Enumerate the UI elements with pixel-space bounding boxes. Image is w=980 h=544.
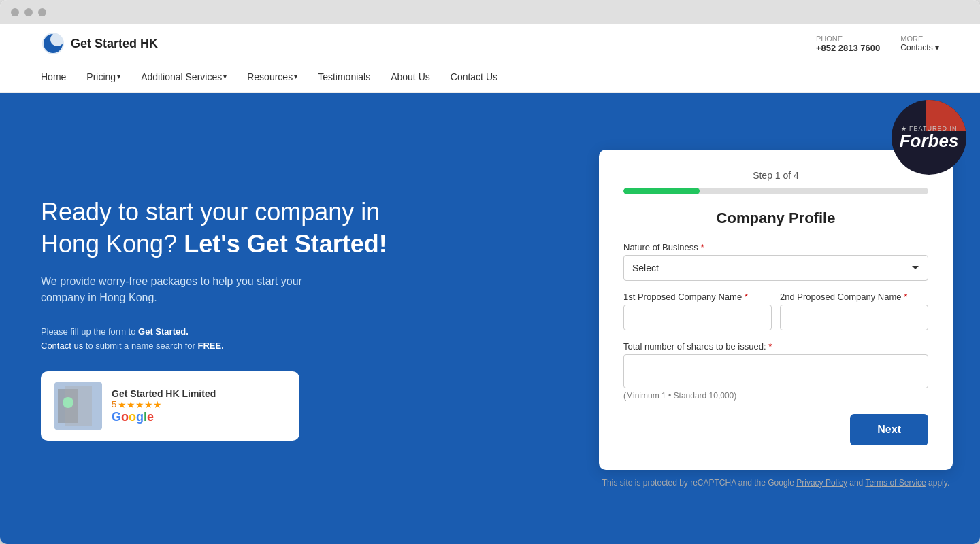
top-bar: Get Started HK PHONE +852 2813 7600 MORE… bbox=[0, 24, 980, 63]
nav-pricing[interactable]: Pricing ▾ bbox=[86, 63, 120, 92]
nav-bar: Home Pricing ▾ Additional Services ▾ Res… bbox=[0, 63, 980, 93]
svg-point-4 bbox=[63, 397, 74, 408]
nav-contact-us[interactable]: Contact Us bbox=[451, 63, 497, 92]
company-name-2-group: 2nd Proposed Company Name * bbox=[780, 292, 928, 330]
company-name-1-group: 1st Proposed Company Name * bbox=[623, 292, 772, 330]
footer-apply: apply. bbox=[926, 478, 949, 488]
forbes-badge: ★ FEATURED IN Forbes bbox=[892, 100, 966, 175]
browser-dot-min[interactable] bbox=[24, 8, 33, 16]
gc-google-logo: Google bbox=[112, 410, 216, 424]
form-title: Company Profile bbox=[623, 209, 928, 227]
next-button[interactable]: Next bbox=[850, 414, 928, 445]
contact-link[interactable]: Contact us bbox=[41, 341, 83, 351]
browser-dot-max[interactable] bbox=[38, 8, 46, 16]
shares-group: Total number of shares to be issued: * (… bbox=[623, 341, 928, 401]
more-label: MORE bbox=[900, 35, 939, 43]
footer-and: and bbox=[847, 478, 865, 488]
left-panel: Ready to start your company in Hong Kong… bbox=[0, 93, 572, 544]
gc-stars-row: 5 ★★★★★ bbox=[112, 399, 216, 410]
gc-rating-num: 5 bbox=[112, 399, 116, 409]
logo-area: Get Started HK bbox=[41, 31, 816, 56]
nature-label: Nature of Business * bbox=[623, 242, 928, 252]
top-bar-right: PHONE +852 2813 7600 MORE Contacts ▾ bbox=[816, 35, 939, 53]
progress-bar-wrap bbox=[623, 188, 928, 194]
phone-block: PHONE +852 2813 7600 bbox=[816, 35, 880, 53]
phone-number: +852 2813 7600 bbox=[816, 43, 880, 53]
contacts-dropdown[interactable]: Contacts ▾ bbox=[900, 43, 939, 52]
forbes-inner: ★ FEATURED IN Forbes bbox=[900, 125, 959, 150]
form-card: Step 1 of 4 Company Profile Nature of Bu… bbox=[599, 150, 953, 470]
company-names-row: 1st Proposed Company Name * 2nd Proposed… bbox=[623, 292, 928, 330]
shares-hint: (Minimum 1 • Standard 10,000) bbox=[623, 391, 928, 401]
privacy-link[interactable]: Privacy Policy bbox=[796, 478, 847, 488]
company-name-1-input[interactable] bbox=[623, 305, 772, 330]
hero-subtitle: We provide worry-free packages to help y… bbox=[41, 273, 531, 306]
logo-icon bbox=[41, 31, 65, 56]
logo-text: Get Started HK bbox=[71, 37, 158, 51]
step-label: Step 1 of 4 bbox=[623, 170, 928, 181]
gc-company-name: Get Started HK Limited bbox=[112, 388, 216, 399]
nature-of-business-group: Nature of Business * Select bbox=[623, 242, 928, 281]
google-review-card: Get Started HK Limited 5 ★★★★★ Google bbox=[41, 371, 299, 441]
hero-note-2: Contact us to submit a name search for F… bbox=[41, 341, 531, 351]
browser-dot-close[interactable] bbox=[11, 8, 19, 16]
terms-link[interactable]: Terms of Service bbox=[865, 478, 926, 488]
google-card-info: Get Started HK Limited 5 ★★★★★ Google bbox=[112, 388, 216, 424]
gc-stars: ★★★★★ bbox=[118, 399, 162, 410]
shares-input[interactable] bbox=[623, 354, 928, 388]
shares-label: Total number of shares to be issued: * bbox=[623, 341, 928, 352]
more-contacts-block: MORE Contacts ▾ bbox=[900, 35, 939, 52]
nav-home[interactable]: Home bbox=[41, 63, 66, 92]
progress-bar-fill bbox=[623, 188, 700, 194]
nav-about-us[interactable]: About Us bbox=[391, 63, 430, 92]
nature-select[interactable]: Select bbox=[623, 255, 928, 281]
nav-additional-services[interactable]: Additional Services ▾ bbox=[141, 63, 227, 92]
footer-text: This site is protected by reCAPTCHA and … bbox=[602, 478, 796, 488]
browser-chrome bbox=[0, 0, 980, 24]
main-content: ★ FEATURED IN Forbes Ready to start your… bbox=[0, 93, 980, 544]
nav-resources[interactable]: Resources ▾ bbox=[247, 63, 297, 92]
hero-title: Ready to start your company in Hong Kong… bbox=[41, 197, 531, 260]
company-name-2-input[interactable] bbox=[780, 305, 928, 330]
form-footer: This site is protected by reCAPTCHA and … bbox=[599, 478, 953, 488]
forbes-name: Forbes bbox=[900, 132, 959, 150]
nav-testimonials[interactable]: Testimonials bbox=[318, 63, 370, 92]
google-card-image bbox=[54, 382, 102, 430]
phone-label: PHONE bbox=[816, 35, 880, 43]
name1-label: 1st Proposed Company Name * bbox=[623, 292, 772, 302]
hero-note-1: Please fill up the form to Get Started. bbox=[41, 326, 531, 337]
name2-label: 2nd Proposed Company Name * bbox=[780, 292, 928, 302]
